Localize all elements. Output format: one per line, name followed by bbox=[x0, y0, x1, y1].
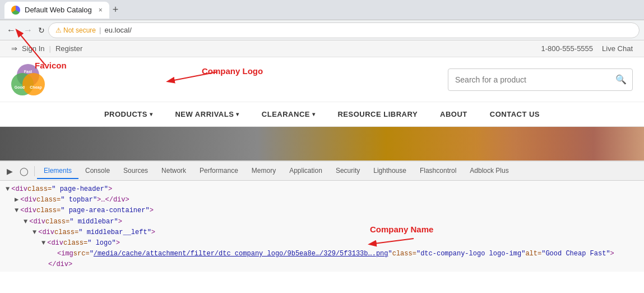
clearance-dropdown-arrow: ▾ bbox=[312, 111, 316, 117]
website-content: ⇒ Sign In | Register 1-800-555-5555 Live… bbox=[0, 40, 644, 161]
devtools-tab-security[interactable]: Security bbox=[329, 163, 367, 179]
devtools-tab-network[interactable]: Network bbox=[155, 163, 193, 179]
topbar-left: ⇒ Sign In | Register bbox=[11, 44, 82, 53]
code-line-7: <img src="/media/cache/attachment/filter… bbox=[50, 249, 638, 259]
nav-new-arrivals-label: NEW ARRIVALS bbox=[175, 110, 234, 118]
nav-contact-us-label: CONTACT US bbox=[490, 110, 540, 118]
url-separator: | bbox=[99, 26, 101, 34]
triangle-3[interactable]: ▼ bbox=[15, 205, 18, 216]
nav-item-resource-library[interactable]: RESOURCE LIBRARY bbox=[326, 102, 429, 127]
code-line-6: ▼ <div class=" logo"> bbox=[41, 238, 638, 249]
devtools-tab-lighthouse[interactable]: Lighthouse bbox=[367, 163, 413, 179]
devtools-tab-application[interactable]: Application bbox=[282, 163, 329, 179]
triangle-2[interactable]: ▶ bbox=[15, 195, 18, 205]
triangle-5[interactable]: ▼ bbox=[33, 227, 36, 238]
navbar: PRODUCTS ▾ NEW ARRIVALS ▾ CLEARANCE ▾ RE… bbox=[0, 102, 644, 127]
devtools-code-panel: ▼ <div class=" page-header"> ▶ <div clas… bbox=[0, 181, 644, 272]
devtools-tab-console[interactable]: Console bbox=[78, 163, 117, 179]
logo-area: Fast Good Cheap bbox=[11, 63, 45, 97]
address-bar: ← → ↻ ⚠ Not secure | eu.local/ bbox=[0, 20, 644, 40]
not-secure-indicator: ⚠ Not secure bbox=[55, 26, 96, 34]
devtools-panel: ▶ ◯ Elements Console Sources Network Per… bbox=[0, 161, 644, 272]
products-dropdown-arrow: ▾ bbox=[150, 111, 153, 117]
hero-banner bbox=[0, 127, 644, 161]
tab-title: Default Web Catalog bbox=[25, 6, 92, 14]
signin-icon: ⇒ bbox=[11, 44, 17, 53]
svg-text:Good: Good bbox=[15, 85, 25, 89]
nav-item-clearance[interactable]: CLEARANCE ▾ bbox=[251, 102, 327, 127]
svg-point-2 bbox=[22, 73, 45, 95]
devtools-tab-elements[interactable]: Elements bbox=[37, 163, 78, 179]
page-container: Default Web Catalog × + ← → ↻ ⚠ Not secu… bbox=[0, 0, 644, 272]
svg-text:Fast: Fast bbox=[24, 70, 33, 74]
tab-bar: Default Web Catalog × + bbox=[4, 0, 640, 20]
new-arrivals-dropdown-arrow: ▾ bbox=[236, 111, 239, 117]
warning-icon: ⚠ bbox=[55, 26, 62, 34]
devtools-toolbar: ▶ ◯ Elements Console Sources Network Per… bbox=[0, 162, 644, 181]
nav-item-about[interactable]: ABOUT bbox=[429, 102, 479, 127]
devtools-device-button[interactable]: ◯ bbox=[16, 164, 32, 178]
code-line-5: ▼ <div class=" middlebar__left"> bbox=[33, 227, 638, 238]
browser-titlebar: Default Web Catalog × + bbox=[0, 0, 644, 20]
nav-item-contact-us[interactable]: CONTACT US bbox=[479, 102, 551, 127]
search-input[interactable] bbox=[448, 75, 610, 84]
topbar: ⇒ Sign In | Register 1-800-555-5555 Live… bbox=[0, 40, 644, 57]
search-area: 🔍 bbox=[448, 68, 633, 91]
devtools-tab-adblock[interactable]: Adblock Plus bbox=[463, 163, 515, 179]
url-text: eu.local/ bbox=[104, 26, 131, 34]
code-line-8: </div> bbox=[41, 259, 638, 270]
nav-clearance-label: CLEARANCE bbox=[262, 110, 310, 118]
devtools-tab-flashcontrol[interactable]: Flashcontrol bbox=[413, 163, 463, 179]
url-bar[interactable]: ⚠ Not secure | eu.local/ bbox=[48, 22, 640, 38]
nav-about-label: ABOUT bbox=[440, 110, 467, 118]
middlebar: Fast Good Cheap 🔍 bbox=[0, 57, 644, 102]
triangle-1[interactable]: ▼ bbox=[6, 184, 10, 195]
live-chat-link[interactable]: Live Chat bbox=[602, 44, 633, 53]
company-logo[interactable]: Fast Good Cheap bbox=[11, 63, 45, 97]
not-secure-label: Not secure bbox=[63, 26, 96, 34]
code-line-2: ▶ <div class=" topbar">…</div> bbox=[15, 195, 638, 205]
nav-products-label: PRODUCTS bbox=[104, 110, 147, 118]
nav-resource-library-label: RESOURCE LIBRARY bbox=[337, 110, 418, 118]
devtools-separator bbox=[34, 166, 35, 176]
new-tab-button[interactable]: + bbox=[109, 4, 122, 16]
code-line-3: ▼ <div class=" page-area-container"> bbox=[15, 205, 638, 216]
triangle-4[interactable]: ▼ bbox=[24, 217, 27, 227]
forward-button[interactable]: → bbox=[21, 24, 35, 37]
search-icon: 🔍 bbox=[615, 75, 627, 84]
nav-item-new-arrivals[interactable]: NEW ARRIVALS ▾ bbox=[164, 102, 250, 127]
register-link[interactable]: Register bbox=[55, 44, 82, 53]
logo-svg: Fast Good Cheap bbox=[11, 63, 45, 97]
triangle-6[interactable]: ▼ bbox=[41, 238, 45, 249]
topbar-right: 1-800-555-5555 Live Chat bbox=[541, 44, 633, 53]
devtools-tab-memory[interactable]: Memory bbox=[245, 163, 282, 179]
signin-link[interactable]: Sign In bbox=[22, 44, 44, 53]
hero-worker-image bbox=[476, 127, 644, 161]
devtools-tab-sources[interactable]: Sources bbox=[117, 163, 155, 179]
devtools-inspect-button[interactable]: ▶ bbox=[3, 164, 16, 178]
tab-favicon bbox=[11, 6, 20, 15]
phone-number: 1-800-555-5555 bbox=[541, 44, 594, 53]
reload-button[interactable]: ↻ bbox=[38, 26, 45, 35]
code-line-1: ▼ <div class=" page-header"> bbox=[6, 184, 638, 195]
svg-text:Cheap: Cheap bbox=[30, 85, 41, 90]
search-button[interactable]: 🔍 bbox=[610, 74, 632, 85]
code-line-9: </div> bbox=[33, 271, 638, 272]
code-line-4: ▼ <div class=" middlebar"> bbox=[24, 217, 638, 227]
active-tab[interactable]: Default Web Catalog × bbox=[4, 2, 109, 19]
tab-close-button[interactable]: × bbox=[99, 6, 103, 14]
topbar-separator: | bbox=[49, 44, 50, 53]
nav-item-products[interactable]: PRODUCTS ▾ bbox=[93, 102, 164, 127]
devtools-tab-performance[interactable]: Performance bbox=[193, 163, 245, 179]
back-button[interactable]: ← bbox=[4, 24, 18, 37]
